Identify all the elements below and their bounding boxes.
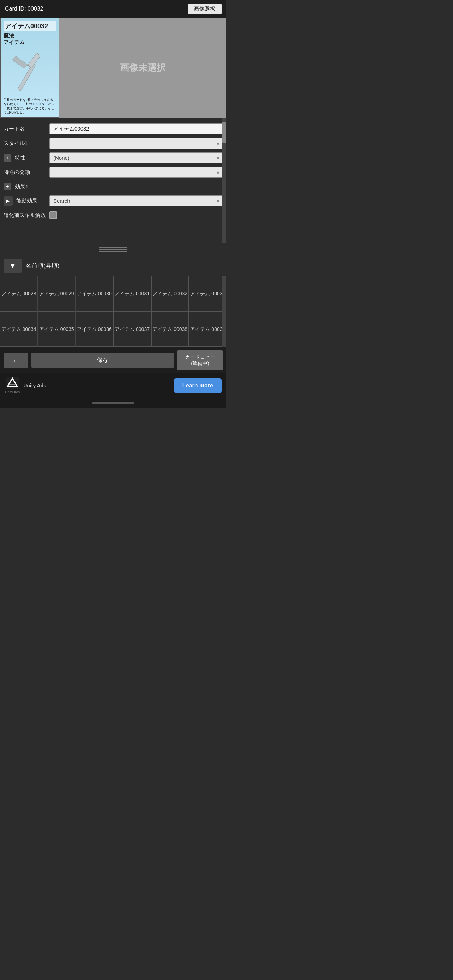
style1-row: スタイル1	[0, 136, 227, 151]
svg-rect-0	[17, 64, 36, 91]
form-spacer	[0, 222, 227, 240]
grid-cell[interactable]: アイテム 00028	[0, 276, 37, 311]
effect1-row: + 効果1	[0, 180, 227, 194]
grid-cell[interactable]: アイテム 00035	[38, 312, 75, 347]
card-id-label: Card ID: 00032	[5, 6, 188, 12]
card-description: 手札のカードを2枚トラッシュするなら使える。山札のモンスターから１枚まで選び、手…	[3, 98, 56, 115]
card-grid: アイテム 00028アイテム 00029アイテム 00030アイテム 00031…	[0, 275, 227, 347]
effect1-plus-button[interactable]: +	[3, 183, 11, 191]
save-button[interactable]: 保存	[31, 353, 174, 368]
form-section: カード名 スタイル1 + 特性 (None)	[0, 118, 227, 243]
home-indicator	[0, 398, 227, 408]
card-type2: アイテム	[3, 39, 56, 46]
sort-bar: ▼ 名前順(昇順)	[0, 256, 227, 275]
style1-select[interactable]	[49, 138, 223, 149]
image-select-button[interactable]: 画像選択	[188, 3, 222, 14]
divider-line-2	[99, 249, 127, 250]
home-bar	[92, 402, 134, 404]
card-name-row: カード名	[0, 122, 227, 136]
trait-row: + 特性 (None)	[0, 151, 227, 165]
card-title: アイテム00032	[3, 21, 56, 31]
unity-small-label: Unity Ads	[5, 390, 20, 394]
grid-cell[interactable]: アイテム 00032	[151, 276, 189, 311]
copy-button[interactable]: カードコピー(準備中)	[177, 350, 223, 370]
divider-lines	[99, 247, 127, 252]
trait-select-wrapper[interactable]: (None)	[49, 153, 223, 163]
card-name-label: カード名	[3, 126, 49, 132]
trait-label: + 特性	[3, 154, 49, 162]
active-effect-select-wrapper[interactable]: Search	[49, 196, 223, 206]
preview-area: アイテム00032 魔法 アイテム 手札のカードを2枚トラッシュするなら使える。…	[0, 18, 227, 118]
grid-cell[interactable]: アイテム 00029	[38, 276, 75, 311]
card-preview: アイテム00032 魔法 アイテム 手札のカードを2枚トラッシュするなら使える。…	[0, 18, 59, 118]
section-divider	[0, 243, 227, 256]
unity-logo-area: Unity Ads	[5, 377, 20, 394]
svg-marker-1	[12, 56, 28, 68]
divider-line-1	[99, 247, 127, 248]
grid-cell[interactable]: アイテム 00038	[151, 312, 189, 347]
style1-select-wrapper[interactable]	[49, 138, 223, 149]
sort-label: 名前順(昇順)	[25, 262, 59, 270]
style1-label: スタイル1	[3, 140, 49, 147]
active-effect-play-button[interactable]	[3, 196, 13, 206]
action-bar: ← 保存 カードコピー(準備中)	[0, 347, 227, 373]
evolution-row: 進化前スキル解放	[0, 208, 227, 222]
form-scrollbar[interactable]	[222, 118, 227, 243]
unity-ads-label: Unity Ads	[23, 383, 170, 388]
form-scrollbar-thumb	[222, 122, 227, 143]
trait-select[interactable]: (None)	[49, 153, 223, 163]
card-grid-container: アイテム 00028アイテム 00029アイテム 00030アイテム 00031…	[0, 275, 227, 347]
active-effect-row: 能動効果 Search	[0, 194, 227, 208]
active-effect-label: 能動効果	[3, 196, 49, 206]
card-type1: 魔法	[3, 32, 56, 39]
trait-trigger-row: 特性の発動	[0, 165, 227, 180]
pickaxe-icon	[8, 49, 51, 95]
trait-trigger-select[interactable]	[49, 167, 223, 178]
grid-cell[interactable]: アイテム 00031	[113, 276, 151, 311]
grid-cell[interactable]: アイテム 00030	[75, 276, 113, 311]
copy-button-label: カードコピー(準備中)	[185, 354, 215, 366]
grid-cell[interactable]: アイテム 00033	[189, 276, 227, 311]
no-image-text: 画像未選択	[120, 62, 166, 74]
grid-cell[interactable]: アイテム 00037	[113, 312, 151, 347]
effect1-label: + 効果1	[3, 183, 49, 191]
card-image-area	[3, 47, 56, 97]
no-image-area: 画像未選択	[59, 18, 227, 118]
trait-trigger-label: 特性の発動	[3, 169, 49, 176]
grid-cell[interactable]: アイテム 00039	[189, 312, 227, 347]
grid-scrollbar[interactable]	[222, 275, 227, 347]
active-effect-select[interactable]: Search	[49, 196, 223, 206]
grid-cell[interactable]: アイテム 00034	[0, 312, 37, 347]
grid-cell[interactable]: アイテム 00036	[75, 312, 113, 347]
header: Card ID: 00032 画像選択	[0, 0, 227, 18]
unity-ads-icon	[6, 377, 19, 390]
trait-plus-button[interactable]: +	[3, 154, 11, 162]
card-name-input[interactable]	[49, 124, 223, 134]
trait-trigger-select-wrapper[interactable]	[49, 167, 223, 178]
evolution-label: 進化前スキル解放	[3, 212, 49, 219]
divider-line-3	[99, 251, 127, 252]
evolution-checkbox[interactable]	[49, 211, 57, 219]
ad-banner: Unity Ads Unity Ads Learn more	[0, 373, 227, 398]
learn-more-button[interactable]: Learn more	[174, 378, 222, 393]
back-button[interactable]: ←	[3, 353, 28, 368]
sort-direction-button[interactable]: ▼	[3, 259, 22, 273]
